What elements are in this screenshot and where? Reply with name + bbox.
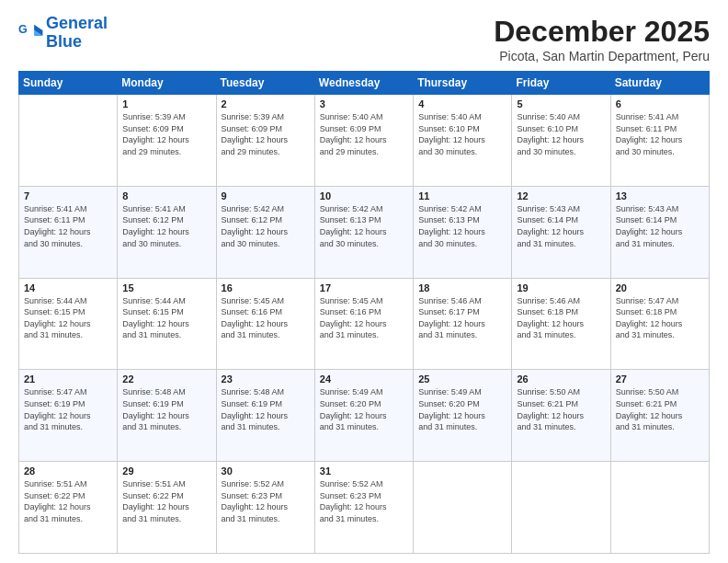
day-number: 26 — [517, 373, 605, 385]
calendar-cell: 27Sunrise: 5:50 AM Sunset: 6:21 PM Dayli… — [610, 370, 709, 462]
day-info: Sunrise: 5:43 AM Sunset: 6:14 PM Dayligh… — [616, 203, 704, 249]
day-info: Sunrise: 5:45 AM Sunset: 6:16 PM Dayligh… — [320, 295, 408, 341]
calendar-cell: 11Sunrise: 5:42 AM Sunset: 6:13 PM Dayli… — [414, 186, 512, 278]
day-number: 19 — [517, 282, 605, 293]
calendar-cell: 30Sunrise: 5:52 AM Sunset: 6:23 PM Dayli… — [216, 462, 314, 554]
day-number: 23 — [222, 373, 310, 385]
day-number: 25 — [418, 373, 506, 385]
day-number: 21 — [24, 373, 112, 385]
calendar-cell: 31Sunrise: 5:52 AM Sunset: 6:23 PM Dayli… — [314, 462, 413, 554]
day-info: Sunrise: 5:39 AM Sunset: 6:09 PM Dayligh… — [222, 111, 310, 157]
calendar-cell: 3Sunrise: 5:40 AM Sunset: 6:09 PM Daylig… — [314, 95, 413, 187]
calendar-cell: 29Sunrise: 5:51 AM Sunset: 6:22 PM Dayli… — [118, 462, 216, 554]
day-info: Sunrise: 5:46 AM Sunset: 6:17 PM Dayligh… — [418, 295, 506, 341]
calendar-cell: 25Sunrise: 5:49 AM Sunset: 6:20 PM Dayli… — [414, 370, 512, 462]
day-number: 9 — [222, 190, 310, 201]
svg-text:G: G — [18, 23, 28, 36]
day-info: Sunrise: 5:42 AM Sunset: 6:12 PM Dayligh… — [222, 203, 310, 249]
calendar-cell: 21Sunrise: 5:47 AM Sunset: 6:19 PM Dayli… — [19, 370, 118, 462]
day-number: 6 — [616, 98, 704, 109]
calendar-cell: 16Sunrise: 5:45 AM Sunset: 6:16 PM Dayli… — [216, 278, 314, 370]
day-info: Sunrise: 5:49 AM Sunset: 6:20 PM Dayligh… — [418, 386, 506, 432]
calendar-cell: 26Sunrise: 5:50 AM Sunset: 6:21 PM Dayli… — [512, 370, 610, 462]
day-number: 31 — [320, 465, 408, 477]
day-number: 7 — [24, 190, 112, 201]
day-info: Sunrise: 5:48 AM Sunset: 6:19 PM Dayligh… — [222, 386, 310, 432]
col-sunday: Sunday — [19, 72, 118, 95]
calendar-week-3: 14Sunrise: 5:44 AM Sunset: 6:15 PM Dayli… — [19, 278, 710, 370]
day-number: 11 — [418, 190, 506, 201]
calendar-cell — [414, 462, 512, 554]
day-info: Sunrise: 5:40 AM Sunset: 6:09 PM Dayligh… — [320, 111, 408, 157]
day-number: 4 — [418, 98, 506, 109]
day-info: Sunrise: 5:40 AM Sunset: 6:10 PM Dayligh… — [517, 111, 605, 157]
day-info: Sunrise: 5:42 AM Sunset: 6:13 PM Dayligh… — [418, 203, 506, 249]
day-info: Sunrise: 5:43 AM Sunset: 6:14 PM Dayligh… — [517, 203, 605, 249]
day-number: 27 — [616, 373, 704, 385]
calendar-week-2: 7Sunrise: 5:41 AM Sunset: 6:11 PM Daylig… — [19, 186, 710, 278]
calendar-cell: 15Sunrise: 5:44 AM Sunset: 6:15 PM Dayli… — [118, 278, 216, 370]
page: G General Blue December 2025 Picota, San… — [0, 0, 728, 563]
day-info: Sunrise: 5:51 AM Sunset: 6:22 PM Dayligh… — [24, 478, 112, 524]
calendar-cell: 18Sunrise: 5:46 AM Sunset: 6:17 PM Dayli… — [414, 278, 512, 370]
col-saturday: Saturday — [610, 72, 709, 95]
calendar-cell — [610, 462, 709, 554]
logo-icon: G — [18, 20, 44, 46]
day-number: 30 — [222, 465, 310, 477]
calendar-week-1: 1Sunrise: 5:39 AM Sunset: 6:09 PM Daylig… — [19, 95, 710, 187]
day-number: 1 — [122, 98, 210, 109]
calendar-week-4: 21Sunrise: 5:47 AM Sunset: 6:19 PM Dayli… — [19, 370, 710, 462]
day-info: Sunrise: 5:49 AM Sunset: 6:20 PM Dayligh… — [320, 386, 408, 432]
day-number: 15 — [122, 282, 210, 293]
col-monday: Monday — [118, 72, 216, 95]
calendar-cell: 14Sunrise: 5:44 AM Sunset: 6:15 PM Dayli… — [19, 278, 118, 370]
col-wednesday: Wednesday — [314, 72, 413, 95]
calendar-cell: 2Sunrise: 5:39 AM Sunset: 6:09 PM Daylig… — [216, 95, 314, 187]
day-number: 10 — [320, 190, 408, 201]
day-info: Sunrise: 5:52 AM Sunset: 6:23 PM Dayligh… — [320, 478, 408, 524]
day-number: 3 — [320, 98, 408, 109]
day-number: 2 — [222, 98, 310, 109]
day-number: 20 — [616, 282, 704, 293]
day-info: Sunrise: 5:44 AM Sunset: 6:15 PM Dayligh… — [24, 295, 112, 341]
calendar-cell: 13Sunrise: 5:43 AM Sunset: 6:14 PM Dayli… — [610, 186, 709, 278]
calendar-header-row: Sunday Monday Tuesday Wednesday Thursday… — [19, 72, 710, 95]
day-number: 16 — [222, 282, 310, 293]
calendar-cell: 4Sunrise: 5:40 AM Sunset: 6:10 PM Daylig… — [414, 95, 512, 187]
calendar-cell: 17Sunrise: 5:45 AM Sunset: 6:16 PM Dayli… — [314, 278, 413, 370]
day-info: Sunrise: 5:44 AM Sunset: 6:15 PM Dayligh… — [122, 295, 210, 341]
calendar-week-5: 28Sunrise: 5:51 AM Sunset: 6:22 PM Dayli… — [19, 462, 710, 554]
calendar-cell: 24Sunrise: 5:49 AM Sunset: 6:20 PM Dayli… — [314, 370, 413, 462]
main-title: December 2025 — [494, 15, 710, 49]
day-info: Sunrise: 5:42 AM Sunset: 6:13 PM Dayligh… — [320, 203, 408, 249]
calendar-cell — [19, 95, 118, 187]
calendar-cell: 1Sunrise: 5:39 AM Sunset: 6:09 PM Daylig… — [118, 95, 216, 187]
col-thursday: Thursday — [414, 72, 512, 95]
day-number: 8 — [122, 190, 210, 201]
day-number: 24 — [320, 373, 408, 385]
calendar-cell: 19Sunrise: 5:46 AM Sunset: 6:18 PM Dayli… — [512, 278, 610, 370]
day-info: Sunrise: 5:51 AM Sunset: 6:22 PM Dayligh… — [122, 478, 210, 524]
calendar-cell: 23Sunrise: 5:48 AM Sunset: 6:19 PM Dayli… — [216, 370, 314, 462]
col-friday: Friday — [512, 72, 610, 95]
day-info: Sunrise: 5:41 AM Sunset: 6:11 PM Dayligh… — [616, 111, 704, 157]
calendar-cell: 28Sunrise: 5:51 AM Sunset: 6:22 PM Dayli… — [19, 462, 118, 554]
calendar-cell: 10Sunrise: 5:42 AM Sunset: 6:13 PM Dayli… — [314, 186, 413, 278]
day-info: Sunrise: 5:52 AM Sunset: 6:23 PM Dayligh… — [222, 478, 310, 524]
logo-line2: Blue — [46, 32, 82, 51]
calendar-cell: 8Sunrise: 5:41 AM Sunset: 6:12 PM Daylig… — [118, 186, 216, 278]
calendar-cell: 9Sunrise: 5:42 AM Sunset: 6:12 PM Daylig… — [216, 186, 314, 278]
calendar-cell: 6Sunrise: 5:41 AM Sunset: 6:11 PM Daylig… — [610, 95, 709, 187]
day-info: Sunrise: 5:50 AM Sunset: 6:21 PM Dayligh… — [517, 386, 605, 432]
day-number: 5 — [517, 98, 605, 109]
day-info: Sunrise: 5:39 AM Sunset: 6:09 PM Dayligh… — [122, 111, 210, 157]
day-info: Sunrise: 5:45 AM Sunset: 6:16 PM Dayligh… — [222, 295, 310, 341]
day-number: 28 — [24, 465, 112, 477]
day-info: Sunrise: 5:40 AM Sunset: 6:10 PM Dayligh… — [418, 111, 506, 157]
day-info: Sunrise: 5:50 AM Sunset: 6:21 PM Dayligh… — [616, 386, 704, 432]
logo-line1: General — [46, 14, 108, 32]
header: G General Blue December 2025 Picota, San… — [18, 15, 710, 63]
day-number: 17 — [320, 282, 408, 293]
day-number: 22 — [122, 373, 210, 385]
day-info: Sunrise: 5:46 AM Sunset: 6:18 PM Dayligh… — [517, 295, 605, 341]
